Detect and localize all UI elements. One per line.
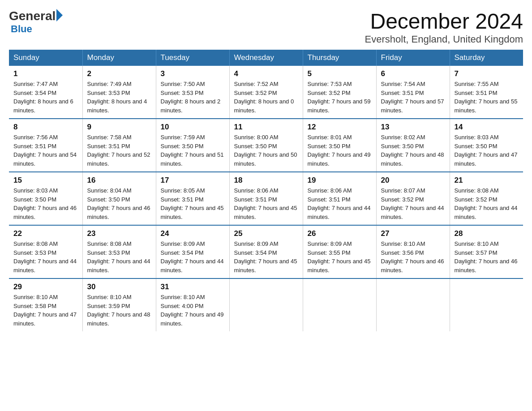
day-info: Sunrise: 8:00 AMSunset: 3:50 PMDaylight:…	[234, 133, 298, 168]
day-number: 5	[308, 69, 372, 78]
location-title: Eversholt, England, United Kingdom	[365, 34, 523, 45]
calendar-cell: 14Sunrise: 8:03 AMSunset: 3:50 PMDayligh…	[450, 119, 523, 172]
calendar-cell: 8Sunrise: 7:56 AMSunset: 3:51 PMDaylight…	[9, 119, 82, 172]
calendar-cell	[303, 278, 376, 331]
day-info: Sunrise: 8:06 AMSunset: 3:51 PMDaylight:…	[234, 186, 298, 221]
logo-blue-text: Blue	[11, 23, 32, 35]
calendar-cell: 28Sunrise: 8:10 AMSunset: 3:57 PMDayligh…	[450, 225, 523, 278]
day-number: 1	[13, 69, 78, 78]
day-number: 21	[455, 176, 519, 185]
day-info: Sunrise: 7:54 AMSunset: 3:51 PMDaylight:…	[381, 80, 445, 115]
day-info: Sunrise: 8:10 AMSunset: 3:58 PMDaylight:…	[13, 293, 78, 328]
calendar-cell: 22Sunrise: 8:08 AMSunset: 3:53 PMDayligh…	[9, 225, 82, 278]
calendar-cell: 29Sunrise: 8:10 AMSunset: 3:58 PMDayligh…	[9, 278, 82, 331]
calendar-cell: 25Sunrise: 8:09 AMSunset: 3:54 PMDayligh…	[229, 225, 303, 278]
day-number: 11	[234, 123, 298, 132]
day-info: Sunrise: 8:02 AMSunset: 3:50 PMDaylight:…	[381, 133, 445, 168]
day-info: Sunrise: 8:10 AMSunset: 3:59 PMDaylight:…	[87, 293, 151, 328]
header-friday: Friday	[376, 50, 450, 66]
calendar-cell: 17Sunrise: 8:05 AMSunset: 3:51 PMDayligh…	[156, 172, 229, 225]
day-number: 23	[87, 229, 151, 238]
calendar-cell: 20Sunrise: 8:07 AMSunset: 3:52 PMDayligh…	[376, 172, 450, 225]
day-number: 8	[13, 123, 78, 132]
logo-general-text: General	[9, 9, 56, 23]
day-number: 14	[455, 123, 519, 132]
header-saturday: Saturday	[450, 50, 523, 66]
header-tuesday: Tuesday	[156, 50, 229, 66]
day-info: Sunrise: 8:01 AMSunset: 3:50 PMDaylight:…	[308, 133, 372, 168]
day-info: Sunrise: 7:49 AMSunset: 3:53 PMDaylight:…	[87, 80, 151, 115]
page-header: General Blue December 2024 Eversholt, En…	[9, 9, 523, 45]
header-sunday: Sunday	[9, 50, 82, 66]
calendar-week-row: 15Sunrise: 8:03 AMSunset: 3:50 PMDayligh…	[9, 172, 523, 225]
day-info: Sunrise: 8:10 AMSunset: 4:00 PMDaylight:…	[161, 293, 225, 328]
calendar-cell: 6Sunrise: 7:54 AMSunset: 3:51 PMDaylight…	[376, 66, 450, 119]
calendar-cell: 30Sunrise: 8:10 AMSunset: 3:59 PMDayligh…	[82, 278, 156, 331]
day-number: 7	[455, 69, 519, 78]
day-info: Sunrise: 8:04 AMSunset: 3:50 PMDaylight:…	[87, 186, 151, 221]
day-info: Sunrise: 7:58 AMSunset: 3:51 PMDaylight:…	[87, 133, 151, 168]
day-number: 26	[308, 229, 372, 238]
logo-arrow-icon	[56, 9, 63, 21]
day-number: 18	[234, 176, 298, 185]
calendar-table: SundayMondayTuesdayWednesdayThursdayFrid…	[9, 50, 523, 331]
day-info: Sunrise: 8:05 AMSunset: 3:51 PMDaylight:…	[161, 186, 225, 221]
day-info: Sunrise: 8:06 AMSunset: 3:51 PMDaylight:…	[308, 186, 372, 221]
day-number: 2	[87, 69, 151, 78]
day-number: 31	[161, 283, 225, 291]
calendar-cell: 3Sunrise: 7:50 AMSunset: 3:53 PMDaylight…	[156, 66, 229, 119]
header-thursday: Thursday	[303, 50, 376, 66]
day-number: 12	[308, 123, 372, 132]
calendar-cell	[376, 278, 450, 331]
day-number: 19	[308, 176, 372, 185]
day-number: 28	[455, 229, 519, 238]
day-info: Sunrise: 7:56 AMSunset: 3:51 PMDaylight:…	[13, 133, 78, 168]
day-number: 3	[161, 69, 225, 78]
calendar-cell: 26Sunrise: 8:09 AMSunset: 3:55 PMDayligh…	[303, 225, 376, 278]
calendar-cell: 18Sunrise: 8:06 AMSunset: 3:51 PMDayligh…	[229, 172, 303, 225]
day-info: Sunrise: 8:03 AMSunset: 3:50 PMDaylight:…	[13, 186, 78, 221]
calendar-cell: 2Sunrise: 7:49 AMSunset: 3:53 PMDaylight…	[82, 66, 156, 119]
day-number: 29	[13, 283, 78, 291]
day-number: 24	[161, 229, 225, 238]
day-number: 16	[87, 176, 151, 185]
day-info: Sunrise: 8:09 AMSunset: 3:54 PMDaylight:…	[161, 240, 225, 274]
calendar-cell	[450, 278, 523, 331]
calendar-cell: 5Sunrise: 7:53 AMSunset: 3:52 PMDaylight…	[303, 66, 376, 119]
calendar-cell: 12Sunrise: 8:01 AMSunset: 3:50 PMDayligh…	[303, 119, 376, 172]
day-info: Sunrise: 7:53 AMSunset: 3:52 PMDaylight:…	[308, 80, 372, 115]
day-number: 27	[381, 229, 445, 238]
calendar-cell: 21Sunrise: 8:08 AMSunset: 3:52 PMDayligh…	[450, 172, 523, 225]
day-info: Sunrise: 7:47 AMSunset: 3:54 PMDaylight:…	[13, 80, 78, 115]
calendar-header-row: SundayMondayTuesdayWednesdayThursdayFrid…	[9, 50, 523, 66]
calendar-cell: 15Sunrise: 8:03 AMSunset: 3:50 PMDayligh…	[9, 172, 82, 225]
calendar-cell: 13Sunrise: 8:02 AMSunset: 3:50 PMDayligh…	[376, 119, 450, 172]
day-number: 30	[87, 283, 151, 291]
calendar-cell	[229, 278, 303, 331]
day-info: Sunrise: 8:07 AMSunset: 3:52 PMDaylight:…	[381, 186, 445, 221]
calendar-cell: 9Sunrise: 7:58 AMSunset: 3:51 PMDaylight…	[82, 119, 156, 172]
day-number: 4	[234, 69, 298, 78]
logo: General Blue	[9, 9, 63, 35]
day-number: 25	[234, 229, 298, 238]
calendar-cell: 24Sunrise: 8:09 AMSunset: 3:54 PMDayligh…	[156, 225, 229, 278]
day-info: Sunrise: 7:50 AMSunset: 3:53 PMDaylight:…	[161, 80, 225, 115]
day-info: Sunrise: 8:08 AMSunset: 3:52 PMDaylight:…	[455, 186, 519, 221]
calendar-cell: 23Sunrise: 8:08 AMSunset: 3:53 PMDayligh…	[82, 225, 156, 278]
day-info: Sunrise: 8:10 AMSunset: 3:56 PMDaylight:…	[381, 240, 445, 274]
day-info: Sunrise: 8:09 AMSunset: 3:55 PMDaylight:…	[308, 240, 372, 274]
day-info: Sunrise: 8:03 AMSunset: 3:50 PMDaylight:…	[455, 133, 519, 168]
calendar-cell: 10Sunrise: 7:59 AMSunset: 3:50 PMDayligh…	[156, 119, 229, 172]
month-title: December 2024	[365, 9, 523, 34]
day-info: Sunrise: 8:08 AMSunset: 3:53 PMDaylight:…	[87, 240, 151, 274]
day-info: Sunrise: 7:55 AMSunset: 3:51 PMDaylight:…	[455, 80, 519, 115]
calendar-cell: 4Sunrise: 7:52 AMSunset: 3:52 PMDaylight…	[229, 66, 303, 119]
day-number: 13	[381, 123, 445, 132]
calendar-week-row: 8Sunrise: 7:56 AMSunset: 3:51 PMDaylight…	[9, 119, 523, 172]
day-number: 22	[13, 229, 78, 238]
calendar-cell: 7Sunrise: 7:55 AMSunset: 3:51 PMDaylight…	[450, 66, 523, 119]
calendar-cell: 19Sunrise: 8:06 AMSunset: 3:51 PMDayligh…	[303, 172, 376, 225]
calendar-week-row: 29Sunrise: 8:10 AMSunset: 3:58 PMDayligh…	[9, 278, 523, 331]
day-number: 20	[381, 176, 445, 185]
day-info: Sunrise: 8:08 AMSunset: 3:53 PMDaylight:…	[13, 240, 78, 274]
